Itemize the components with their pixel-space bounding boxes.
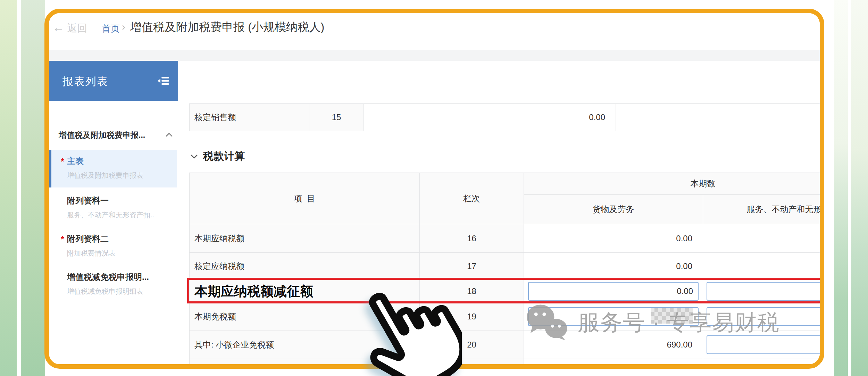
services-amount-input-19[interactable] — [707, 307, 824, 326]
row-lineno-cell: 15 — [309, 104, 364, 131]
table-row-17: 核定应纳税额 17 0.00 — [190, 253, 824, 280]
table-row-16: 本期应纳税额 16 0.00 — [190, 224, 824, 253]
header-item: 项 目 — [190, 173, 420, 224]
header-goods: 货物及劳务 — [524, 195, 703, 224]
tax-calculation-table: 项 目 栏次 本期数 货物及劳务 服务、不动产和无形资产 本期应纳税额 16 0… — [189, 173, 824, 367]
menu-fold-icon[interactable] — [157, 76, 169, 86]
app-window: ← 返回 首页 › 增值税及附加税费申报 (小规模纳税人) 报表列表 增值税及附… — [44, 9, 824, 369]
header-current-period-group: 本期数 货物及劳务 服务、不动产和无形资产 — [524, 173, 824, 224]
row-goods-cell — [524, 280, 703, 303]
header-divider-strip — [49, 50, 820, 61]
table-row: 核定销售额 15 0.00 — [190, 104, 824, 131]
table-header: 项 目 栏次 本期数 货物及劳务 服务、不动产和无形资产 — [190, 173, 824, 224]
row-lineno-cell: 20 — [420, 331, 524, 359]
redacted-value-mosaic — [651, 308, 693, 324]
row-goods-cell: 690.00 — [524, 331, 703, 359]
breadcrumb-separator: › — [122, 21, 125, 33]
row-services-cell — [703, 253, 824, 280]
section-title: 税款计算 — [203, 149, 245, 164]
row-lineno-cell: 17 — [420, 253, 524, 280]
row-label-cell: 本期应纳税额 — [190, 224, 420, 253]
row-goods-cell: 0.00 — [524, 253, 703, 280]
sidebar-group-label[interactable]: 增值税及附加税费申报... — [59, 130, 145, 141]
sidebar-item-tax-reduction-subtitle: 增值税减免税申报明细表 — [67, 287, 143, 296]
breadcrumb-home-link[interactable]: 首页 — [102, 23, 120, 35]
table-row-19: 本期免税额 19 — [190, 303, 824, 331]
row-goods-cell — [524, 303, 703, 331]
table-row-partial — [190, 359, 824, 367]
sidebar-selected-indicator — [49, 150, 51, 187]
page-title: 增值税及附加税费申报 (小规模纳税人) — [130, 19, 324, 35]
row-value-cell — [616, 104, 824, 131]
services-amount-input-18[interactable] — [707, 282, 824, 301]
header-lineno: 栏次 — [420, 173, 524, 224]
row-lineno-cell: 18 — [420, 280, 524, 303]
section-header: 税款计算 — [191, 149, 245, 164]
required-asterisk: * — [61, 234, 64, 244]
bg-stripe-left-1 — [0, 0, 17, 376]
back-button[interactable]: 返回 — [67, 22, 87, 35]
sidebar-item-main-form[interactable]: 主表 — [67, 156, 84, 167]
row-label-cell: 其中: 小微企业免税额 — [190, 331, 420, 359]
sidebar-header: 报表列表 — [49, 61, 178, 101]
table-row-20: 其中: 小微企业免税额 20 690.00 — [190, 331, 824, 359]
row-goods-cell: 0.00 — [524, 224, 703, 253]
required-asterisk: * — [61, 157, 64, 167]
row-label-cell: 核定应纳税额 — [190, 253, 420, 280]
row-services-cell — [703, 224, 824, 253]
upper-table: 核定销售额 15 0.00 — [189, 103, 824, 131]
row-services-cell — [703, 331, 824, 359]
sidebar-item-tax-reduction[interactable]: 增值税减免税申报明... — [67, 271, 149, 283]
row-services-cell — [703, 280, 824, 303]
sidebar-item-attachment-1-subtitle: 服务、不动产和无形资产扣.. — [67, 210, 154, 220]
row-value-cell: 0.00 — [364, 104, 616, 131]
sidebar-item-attachment-2-subtitle: 附加税费情况表 — [67, 249, 116, 258]
chevron-up-icon[interactable] — [166, 133, 173, 137]
header-current-period: 本期数 — [524, 173, 824, 195]
table-row-18-highlighted: 本期应纳税额减征额 18 — [190, 280, 824, 303]
chevron-down-icon[interactable] — [191, 154, 198, 159]
row-label-cell: 本期应纳税额减征额 — [190, 280, 420, 303]
sidebar-item-attachment-2[interactable]: 附列资料二 — [67, 233, 109, 244]
bg-stripe-left-2 — [21, 0, 45, 376]
screen: { "colors": { "frame_orange": "#F1A51A",… — [0, 0, 868, 376]
sidebar-title: 报表列表 — [62, 74, 108, 89]
header-services: 服务、不动产和无形资产 — [703, 195, 824, 224]
sidebar-item-attachment-1[interactable]: 附列资料一 — [67, 195, 109, 206]
row-services-cell — [703, 303, 824, 331]
sidebar-item-main-form-subtitle: 增值税及附加税费申报表 — [67, 171, 143, 180]
row-lineno-cell: 16 — [420, 224, 524, 253]
row-lineno-cell: 19 — [420, 303, 524, 331]
row-label-cell: 本期免税额 — [190, 303, 420, 331]
goods-amount-input-18[interactable] — [528, 282, 699, 301]
services-amount-input-20[interactable] — [707, 335, 824, 354]
back-arrow-icon[interactable]: ← — [52, 21, 64, 34]
bg-stripe-right-1 — [834, 0, 848, 376]
bg-stripe-right-2 — [851, 0, 868, 376]
breadcrumb: ← 返回 首页 › 增值税及附加税费申报 (小规模纳税人) — [49, 13, 820, 50]
row-label-cell: 核定销售额 — [190, 104, 309, 131]
